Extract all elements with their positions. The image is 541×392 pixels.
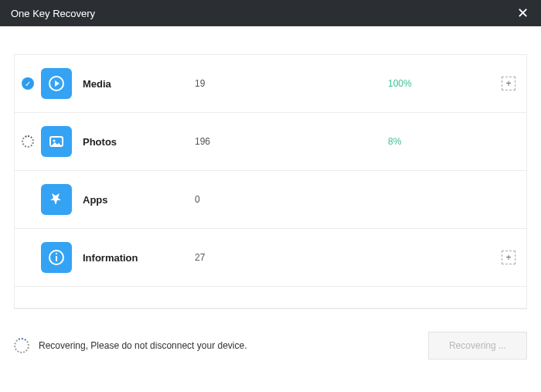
category-list: ✓ Media 19 100% + Photos 196 8% — [14, 54, 527, 309]
media-icon — [41, 68, 72, 99]
category-percent: 100% — [388, 78, 497, 89]
content-area: ✓ Media 19 100% + Photos 196 8% — [0, 26, 541, 309]
category-label: Photos — [83, 136, 195, 148]
expand-icon[interactable]: + — [502, 77, 515, 90]
list-item: Apps 0 — [15, 171, 526, 229]
apps-icon — [41, 184, 72, 215]
footer-status: Recovering, Please do not disconnect you… — [14, 338, 247, 353]
category-count: 196 — [195, 136, 388, 147]
footer-bar: Recovering, Please do not disconnect you… — [14, 332, 527, 360]
photos-icon — [41, 126, 72, 157]
category-count: 19 — [195, 78, 388, 89]
close-icon[interactable]: ✕ — [514, 3, 532, 23]
list-item: ✓ Media 19 100% + — [15, 55, 526, 113]
status-message: Recovering, Please do not disconnect you… — [39, 340, 247, 351]
svg-point-2 — [53, 139, 55, 141]
check-icon: ✓ — [22, 77, 34, 90]
list-item: Information 27 + — [15, 229, 526, 287]
category-label: Information — [83, 252, 195, 264]
list-item: Photos 196 8% — [15, 113, 526, 171]
category-count: 27 — [195, 252, 388, 263]
category-percent: 8% — [388, 136, 497, 147]
category-count: 0 — [195, 194, 388, 205]
list-footer-space — [15, 287, 526, 308]
status-cell: ✓ — [15, 77, 41, 90]
svg-rect-4 — [56, 256, 57, 261]
information-icon — [41, 242, 72, 273]
expand-icon[interactable]: + — [502, 251, 515, 264]
status-cell — [15, 135, 41, 148]
titlebar: One Key Recovery ✕ — [0, 0, 541, 26]
window-title: One Key Recovery — [11, 8, 95, 19]
spinner-icon — [14, 338, 29, 353]
svg-rect-5 — [56, 253, 57, 254]
recover-button: Recovering ... — [428, 332, 527, 360]
spinner-icon — [22, 135, 34, 148]
category-label: Media — [83, 78, 195, 90]
category-label: Apps — [83, 194, 195, 206]
